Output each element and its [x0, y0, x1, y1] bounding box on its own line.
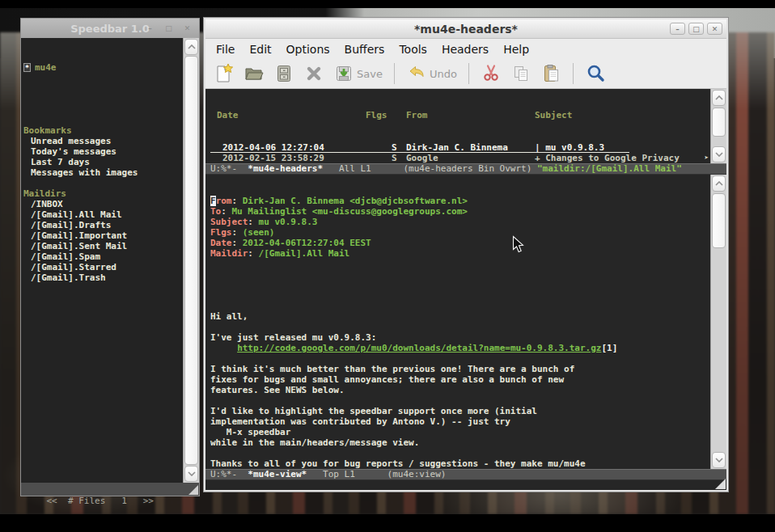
scroll-down-icon[interactable]: [184, 466, 198, 482]
close-buffer-button[interactable]: [303, 63, 324, 84]
headers-column-row: DateFlgsFromSubject: [210, 110, 710, 121]
save-label: Save: [357, 68, 383, 80]
save-icon: [333, 63, 354, 84]
column-header-flgs: Flgs: [366, 110, 406, 121]
speedbar-item[interactable]: /[Gmail].All Mail: [23, 209, 183, 220]
menu-item-edit[interactable]: Edit: [242, 41, 278, 57]
mu4e-titlebar[interactable]: *mu4e-headers* – □ ✕: [205, 19, 726, 39]
body-text-line: implementation was contributed by Antono…: [210, 416, 710, 427]
speedbar-window: Speedbar 1.0 – □ ✕ * mu4e BookmarksUnrea…: [20, 18, 200, 496]
speedbar-item[interactable]: Last 7 days: [23, 157, 183, 167]
text-cursor: F: [210, 196, 216, 206]
open-folder-button[interactable]: [244, 63, 265, 84]
menu-item-options[interactable]: Options: [279, 41, 337, 57]
headers-list: DateFlgsFromSubject 2012-04-06 12:27:04S…: [205, 89, 710, 163]
close-icon[interactable]: ✕: [707, 23, 722, 35]
copy-button[interactable]: [510, 63, 531, 84]
new-file-button[interactable]: [214, 63, 235, 84]
minimize-icon[interactable]: –: [142, 22, 158, 34]
message-flags: S: [366, 142, 406, 153]
link-footnote-ref: [1]: [601, 343, 617, 353]
headers-modeline: U:%*- *mu4e-headers* All L1 (mu4e-header…: [205, 163, 726, 175]
modeline-query: "maildir:/[Gmail].All Mail": [537, 163, 682, 174]
headers-pane: DateFlgsFromSubject 2012-04-06 12:27:04S…: [205, 89, 726, 163]
message-view: From: Dirk-Jan C. Binnema <djcb@djcbsoft…: [205, 175, 710, 469]
maximize-icon[interactable]: □: [688, 23, 704, 35]
modeline-info: Top L1 (mu4e:view): [307, 469, 446, 479]
speedbar-item[interactable]: /[Gmail].Starred: [23, 262, 183, 272]
scroll-up-icon[interactable]: [712, 90, 726, 106]
field-value: Mu Mailinglist <mu-discuss@googlegroups.…: [232, 206, 468, 217]
view-scrollbar[interactable]: [710, 175, 726, 469]
message-link[interactable]: http://code.google.com/p/mu0/downloads/d…: [237, 343, 601, 353]
minimize-icon[interactable]: –: [670, 23, 685, 35]
scroll-up-icon[interactable]: [712, 175, 726, 192]
undo-button[interactable]: Undo: [406, 63, 457, 84]
speedbar-item[interactable]: /[Gmail].Drafts: [23, 220, 183, 230]
cut-button[interactable]: [481, 63, 502, 84]
speedbar-titlebar[interactable]: Speedbar 1.0 – □ ✕: [21, 19, 199, 38]
paste-button[interactable]: [540, 63, 561, 84]
speedbar-item[interactable]: /[Gmail].Important: [23, 230, 183, 241]
speedbar-item[interactable]: /[Gmail].Trash: [23, 272, 183, 283]
speedbar-content: * mu4e BookmarksUnread messagesToday's m…: [21, 38, 183, 483]
field-value: 2012-04-06T12:27:04 EEST: [243, 238, 371, 248]
menu-item-file[interactable]: File: [209, 41, 242, 57]
modeline-prefix: U:%*-: [210, 469, 248, 479]
message-view-pane: From: Dirk-Jan C. Binnema <djcb@djcbsoft…: [205, 175, 726, 469]
speedbar-item[interactable]: /[Gmail].Spam: [23, 251, 183, 262]
field-label: Flgs: [210, 227, 232, 238]
view-modeline: U:%*- *mu4e-view* Top L1 (mu4e:view): [205, 469, 726, 480]
maximize-icon[interactable]: □: [161, 22, 176, 34]
speedbar-item[interactable]: /INBOX: [23, 199, 183, 209]
speedbar-section-heading: Bookmarks: [23, 125, 183, 136]
scroll-down-icon[interactable]: [712, 146, 726, 163]
body-text-line: Thanks to all of you for bug reports / s…: [210, 458, 710, 469]
speedbar-item[interactable]: Today's messages: [23, 146, 183, 157]
body-text-line: I've just released mu v0.9.8.3:: [210, 332, 710, 343]
speedbar-status-text[interactable]: << # Files 1 >>: [47, 496, 154, 506]
expand-toggle-icon[interactable]: *: [23, 63, 31, 72]
scroll-up-icon[interactable]: [184, 39, 198, 55]
speedbar-scrollbar[interactable]: [183, 38, 199, 483]
spacer: [23, 178, 183, 188]
field-label: Date: [210, 238, 232, 248]
close-icon[interactable]: ✕: [180, 22, 195, 34]
field-label: Maildir: [210, 248, 248, 259]
dired-button[interactable]: [273, 63, 294, 84]
message-subject: + Changes to Google Privacy: [535, 153, 710, 163]
file-cabinet-icon: [273, 63, 294, 84]
scrollbar-thumb[interactable]: [712, 193, 726, 248]
menu-item-tools[interactable]: Tools: [392, 41, 434, 57]
speedbar-root-label[interactable]: mu4e: [35, 62, 57, 73]
menu-item-headers[interactable]: Headers: [434, 41, 496, 57]
body-text-line: I think it's much better than the previo…: [210, 364, 710, 374]
speedbar-item[interactable]: Unread messages: [23, 136, 183, 146]
body-text-line: fixes for bugs and small annoyances; the…: [210, 374, 710, 385]
scrollbar-thumb[interactable]: [184, 56, 198, 465]
body-text-line: [210, 395, 710, 406]
menu-item-help[interactable]: Help: [496, 41, 536, 57]
save-button[interactable]: Save: [333, 63, 383, 84]
column-header-date: Date: [210, 110, 366, 121]
menu-item-buffers[interactable]: Buffers: [337, 41, 392, 57]
header-field: Subject: mu v0.9.8.3: [210, 217, 710, 227]
close-x-icon: [303, 63, 324, 84]
scroll-down-icon[interactable]: [712, 452, 726, 468]
search-icon: [585, 63, 606, 84]
paste-clipboard-icon: [540, 63, 561, 84]
search-button[interactable]: [585, 63, 606, 84]
headers-scrollbar[interactable]: [710, 89, 726, 163]
field-label: Subject: [210, 217, 248, 227]
resize-grip[interactable]: [188, 485, 198, 495]
message-row[interactable]: 2012-02-15 23:58:29SGoogle+ Changes to G…: [210, 153, 710, 163]
message-row[interactable]: 2012-04-06 12:27:04SDirk-Jan C. Binnema|…: [210, 142, 710, 153]
scrollbar-thumb[interactable]: [712, 108, 726, 137]
speedbar-item[interactable]: Messages with images: [23, 167, 183, 178]
field-label: To: [210, 206, 221, 217]
speedbar-root-line: * mu4e: [23, 62, 183, 73]
new-file-icon: [214, 63, 235, 84]
speedbar-item[interactable]: /[Gmail].Sent Mail: [23, 241, 183, 251]
resize-grip[interactable]: [715, 479, 726, 489]
modeline-buffer-name: *mu4e-view*: [248, 469, 307, 479]
